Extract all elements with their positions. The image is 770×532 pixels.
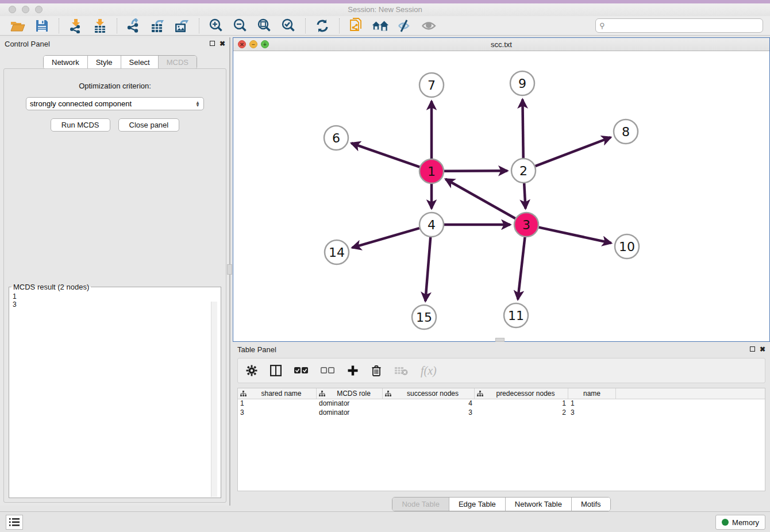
graph-edge-2-9[interactable]	[522, 99, 523, 158]
zoom-selected-button[interactable]	[280, 18, 297, 34]
table-panel-title: Table Panel	[237, 345, 276, 354]
column-header-successor-nodes[interactable]: successor nodes	[383, 388, 475, 399]
table-cell[interactable]: dominator	[317, 408, 383, 418]
eye-slash-icon	[396, 19, 413, 33]
zoom-selected-icon	[281, 18, 296, 33]
clear-checkboxes-button[interactable]	[321, 367, 334, 374]
table-cell[interactable]: 1	[238, 399, 317, 408]
tab-node-table[interactable]: Node Table	[392, 498, 449, 511]
save-floppy-icon	[36, 20, 48, 32]
graph-node-label-2: 2	[519, 164, 528, 178]
tab-motifs[interactable]: Motifs	[572, 498, 610, 511]
show-all-button[interactable]	[420, 18, 437, 34]
close-table-panel-icon[interactable]: ✖	[760, 346, 765, 353]
optimization-criterion-label: Optimization criterion:	[4, 82, 226, 90]
select-all-checkboxes-button[interactable]	[294, 367, 308, 374]
vertical-splitter-handle[interactable]	[227, 264, 232, 275]
column-type-icon	[319, 391, 325, 397]
table-cell[interactable]: 3	[568, 408, 616, 418]
graph-edge-1-2[interactable]	[444, 171, 507, 171]
import-network-button[interactable]	[67, 18, 84, 34]
table-cell[interactable]: dominator	[317, 399, 383, 408]
graph-node-label-3: 3	[522, 218, 530, 232]
table-cell[interactable]: 2	[475, 408, 568, 418]
export-image-button[interactable]	[174, 18, 191, 34]
tab-select[interactable]: Select	[121, 56, 159, 69]
hide-selected-button[interactable]	[396, 18, 413, 34]
table-cell[interactable]: 1	[568, 399, 616, 408]
criterion-select[interactable]: strongly connected component ▲▼	[26, 97, 204, 110]
graph-node-label-15: 15	[416, 310, 432, 325]
horizontal-splitter-handle[interactable]	[495, 338, 505, 342]
table-cell[interactable]: 1	[475, 399, 568, 408]
tab-network-table[interactable]: Network Table	[506, 498, 572, 511]
add-column-button[interactable]	[347, 365, 359, 376]
graph-node-label-1: 1	[428, 164, 436, 179]
zoom-out-button[interactable]	[232, 18, 249, 34]
clone-network-button[interactable]	[348, 18, 365, 34]
task-history-button[interactable]	[6, 515, 23, 530]
first-neighbors-button[interactable]	[372, 18, 389, 34]
column-header-predecessor-nodes[interactable]: predecessor nodes	[475, 388, 568, 399]
import-table-button[interactable]	[91, 18, 109, 34]
graph-edge-4-14[interactable]	[352, 228, 419, 248]
toolbar-separator	[117, 18, 117, 33]
graph-edge-1-6[interactable]	[351, 143, 419, 167]
network-window-titlebar[interactable]: ✕ − + scc.txt	[233, 38, 769, 51]
graph-edge-3-1[interactable]	[445, 179, 515, 218]
column-type-icon	[477, 391, 483, 397]
toolbar-separator	[199, 18, 199, 33]
control-panel: Control Panel ✖ NetworkStyleSelectMCDS O…	[0, 37, 230, 506]
graph-edge-2-8[interactable]	[536, 137, 611, 166]
result-scrollbar[interactable]	[211, 302, 217, 497]
graph-edge-4-15[interactable]	[425, 237, 430, 301]
export-network-button[interactable]	[125, 18, 143, 34]
mcds-result-text[interactable]: 1 3	[9, 291, 221, 481]
table-cell[interactable]: 4	[383, 399, 475, 408]
zoom-fit-button[interactable]	[256, 18, 273, 34]
select-stepper-icon: ▲▼	[195, 101, 200, 107]
delete-table-button[interactable]	[394, 365, 408, 376]
tab-style[interactable]: Style	[88, 56, 121, 69]
graph-node-label-8: 8	[622, 125, 630, 139]
network-graph-canvas[interactable]: 7968124314101511	[233, 51, 769, 341]
close-panel-icon[interactable]: ✖	[220, 40, 225, 47]
close-panel-button[interactable]: Close panel	[118, 118, 180, 132]
clone-network-icon	[349, 18, 363, 34]
column-header-name[interactable]: name	[568, 388, 616, 399]
status-bar: Memory	[0, 511, 770, 532]
memory-button[interactable]: Memory	[715, 515, 765, 530]
network-window: ✕ − + scc.txt 7968124314101511	[233, 37, 770, 342]
column-header-shared-name[interactable]: shared name	[238, 388, 317, 399]
graph-edge-2-3[interactable]	[524, 183, 525, 209]
table-header-row: shared nameMCDS rolesuccessor nodesprede…	[238, 388, 765, 399]
save-session-button[interactable]	[33, 18, 51, 34]
graph-edge-3-10[interactable]	[538, 228, 611, 243]
search-input[interactable]	[605, 22, 763, 30]
float-panel-icon[interactable]	[210, 40, 215, 47]
float-table-panel-icon[interactable]	[750, 346, 755, 353]
export-table-button[interactable]	[149, 18, 167, 34]
tab-edge-table[interactable]: Edge Table	[449, 498, 506, 511]
window-title: Session: New Session	[0, 5, 770, 14]
tab-mcds[interactable]: MCDS	[159, 56, 197, 69]
zoom-in-button[interactable]	[207, 18, 225, 34]
graph-edge-3-11[interactable]	[518, 237, 525, 299]
refresh-layout-button[interactable]	[314, 18, 331, 34]
control-panel-tabs: NetworkStyleSelectMCDS	[43, 55, 197, 70]
mcds-tab-content: Optimization criterion: strongly connect…	[3, 68, 226, 503]
function-builder-button[interactable]: f(x)	[421, 364, 437, 377]
mcds-result-group: MCDS result (2 nodes) 1 3	[9, 283, 221, 498]
open-session-button[interactable]	[9, 18, 26, 34]
memory-status-icon	[722, 519, 729, 526]
table-cell[interactable]: 3	[383, 408, 475, 418]
column-layout-button[interactable]	[270, 365, 282, 376]
column-header-MCDS-role[interactable]: MCDS role	[317, 388, 383, 399]
table-cell[interactable]: 3	[238, 408, 317, 418]
table-settings-button[interactable]	[246, 365, 257, 376]
run-mcds-button[interactable]: Run MCDS	[51, 118, 110, 132]
zoom-fit-icon	[257, 18, 272, 33]
delete-column-button[interactable]	[371, 365, 382, 376]
search-icon: ⚲	[599, 21, 605, 30]
tab-network[interactable]: Network	[44, 56, 88, 69]
